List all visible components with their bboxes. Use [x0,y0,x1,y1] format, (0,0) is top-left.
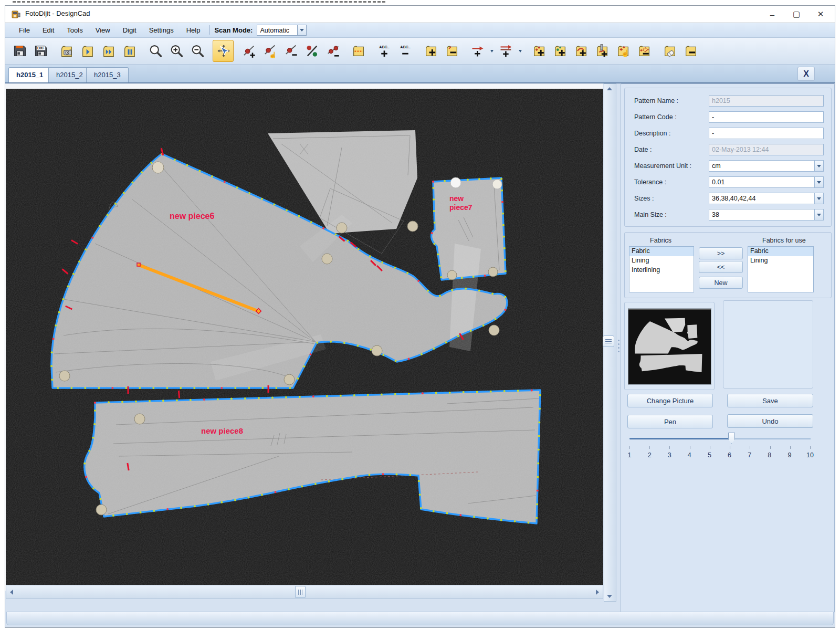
list-item[interactable]: Fabric [748,247,813,256]
add-text-button[interactable]: ABC.. [374,40,395,62]
add-internal-curve-icon [574,44,589,58]
capture-image-button[interactable] [56,40,77,62]
horizontal-scrollbar[interactable] [6,585,603,599]
add-point-button[interactable] [238,40,259,62]
grain-line-dropdown[interactable] [488,40,496,62]
menu-edit[interactable]: Edit [36,24,60,36]
play-next-button[interactable] [77,40,98,62]
add-double-line-icon [499,44,513,58]
slider-track-empty[interactable] [732,438,811,439]
menu-digit[interactable]: Digit [117,24,143,36]
erase-piece-button[interactable] [659,40,680,62]
add-internal-curve-button[interactable] [571,40,592,62]
seam-allowance-button[interactable] [348,40,369,62]
canvas-frame: new piece6 new piece7 new piece8 [5,83,603,591]
menu-file[interactable]: File [13,24,36,36]
scroll-right-icon[interactable] [596,590,599,595]
menu-tools[interactable]: Tools [60,24,89,36]
move-point-button[interactable]: ☝ [259,40,280,62]
tolerance-select[interactable] [709,177,814,187]
delete-piece-button[interactable] [680,40,701,62]
add-grade-points-button[interactable] [550,40,571,62]
slider-track-filled[interactable] [629,438,732,439]
scroll-down-icon[interactable] [607,595,612,598]
pattern-name-input[interactable] [709,96,823,106]
new-fabric-button[interactable]: New [699,277,743,289]
tab-h2015-2[interactable]: h2015_2 [48,67,91,82]
menu-settings[interactable]: Settings [143,24,180,36]
scan-mode-value: Automatic [257,25,298,36]
move-internal-button[interactable]: ☝ [613,40,634,62]
pause-button[interactable] [119,40,140,62]
slider-thumb[interactable] [728,433,735,444]
pattern-thumbnail[interactable] [628,308,711,385]
scan-mode-select[interactable]: Automatic [257,25,307,36]
remove-piece-corner-button[interactable] [442,40,463,62]
select-move-button[interactable] [213,40,234,62]
scroll-up-icon[interactable] [607,87,612,90]
delete-points-button[interactable] [322,40,343,62]
description-input[interactable] [709,128,823,139]
dropdown-arrow[interactable] [814,209,823,220]
close-button[interactable]: ✕ [808,6,833,23]
move-right-button[interactable]: >> [699,247,743,259]
panel-collapse-button[interactable] [603,335,614,347]
menu-view[interactable]: View [89,24,117,36]
zoom-in-button[interactable] [166,40,187,62]
list-item[interactable]: Lining [629,256,694,266]
fabrics-for-use-list[interactable]: Fabric Lining [748,246,814,292]
toggle-point-button[interactable] [301,40,322,62]
play-next-icon [80,44,95,58]
field-sizes: Sizes : [634,193,824,204]
list-item[interactable]: Lining [748,256,813,266]
tab-h2015-3[interactable]: h2015_3 [86,67,129,82]
pattern-canvas[interactable]: new piece6 new piece7 new piece8 [6,89,603,585]
pen-button[interactable]: Pen [627,415,713,428]
seam-allowance-icon [351,44,366,58]
menu-help[interactable]: Help [180,24,207,36]
remove-internal-button[interactable] [634,40,655,62]
main-size-select[interactable] [709,209,814,220]
minimize-button[interactable]: – [760,6,784,23]
tab-h2015-1[interactable]: h2015_1 [8,67,51,82]
scan-mode-dropdown-arrow[interactable] [298,25,307,36]
fabrics-list[interactable]: Fabric Lining Interlining [629,246,694,292]
delete-point-button[interactable] [280,40,301,62]
fabrics-title: Fabrics [650,237,671,244]
add-piece-button[interactable] [421,40,442,62]
move-left-button[interactable]: << [699,261,743,273]
pattern-code-input[interactable] [709,112,823,122]
double-line-dropdown[interactable] [517,40,524,62]
magnifier-icon [148,44,163,58]
dropdown-arrow[interactable] [814,193,823,204]
draw-internal-curve-button[interactable] [592,40,613,62]
save-dxf-button[interactable]: DXF [30,40,51,62]
list-item[interactable]: Fabric [629,247,694,256]
zoom-out-icon [190,44,205,58]
magnifier-button[interactable] [145,40,166,62]
list-item[interactable]: Interlining [629,266,694,275]
add-grain-line-button[interactable] [467,40,488,62]
dropdown-arrow[interactable] [814,161,823,171]
change-picture-button[interactable]: Change Picture [627,394,713,407]
sizes-select[interactable] [709,193,814,204]
dropdown-arrow[interactable] [814,177,823,187]
pattern-canvas-svg[interactable]: new piece6 new piece7 new piece8 [6,89,603,585]
undo-button[interactable]: Undo [727,414,813,428]
scroll-left-icon[interactable] [10,590,13,595]
properties-panel: Pattern Name : Pattern Code : Descriptio… [621,83,835,613]
save-button[interactable] [9,40,30,62]
add-internal-points-button[interactable] [529,40,550,62]
remove-text-button[interactable]: ABC.. [395,40,416,62]
add-double-line-button[interactable] [496,40,517,62]
pen-size-slider[interactable]: 12 34 56 78 910 [626,430,815,462]
panel-splitter-handle[interactable] [617,340,620,355]
close-document-button[interactable]: X [797,67,815,81]
save-button-panel[interactable]: Save [727,394,813,407]
date-input[interactable] [709,144,823,155]
zoom-out-button[interactable] [187,40,208,62]
horizontal-scroll-thumb[interactable] [295,586,306,598]
maximize-button[interactable]: ▢ [784,6,808,23]
measurement-unit-select[interactable] [709,161,814,171]
fast-forward-button[interactable] [98,40,119,62]
